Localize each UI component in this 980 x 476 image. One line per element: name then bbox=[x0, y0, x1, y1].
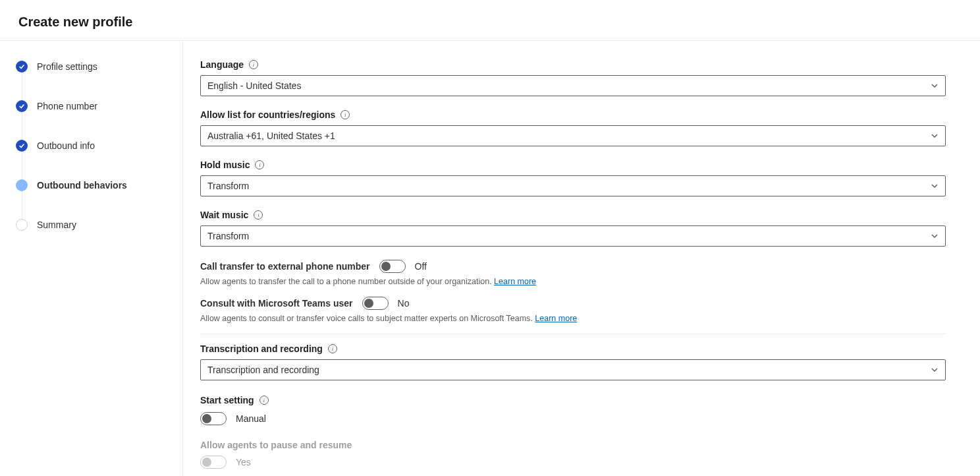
teams-toggle[interactable] bbox=[362, 297, 389, 310]
language-label: Language bbox=[200, 59, 244, 70]
teams-label: Consult with Microsoft Teams user bbox=[200, 298, 353, 309]
page-header: Create new profile bbox=[0, 0, 980, 41]
info-icon[interactable]: i bbox=[255, 160, 264, 169]
wizard-sidebar: Profile settings Phone number Outbound i… bbox=[0, 41, 183, 476]
step-phone-number[interactable]: Phone number bbox=[16, 99, 175, 113]
step-outbound-behaviors[interactable]: Outbound behaviors bbox=[16, 178, 175, 193]
pauseresume-value: Yes bbox=[236, 457, 251, 467]
language-value: English - United States bbox=[207, 80, 301, 91]
checkmark-icon bbox=[16, 100, 28, 112]
transcription-label: Transcription and recording bbox=[200, 343, 323, 354]
holdmusic-select[interactable]: Transform bbox=[200, 175, 946, 196]
info-icon[interactable]: i bbox=[340, 110, 350, 119]
section-divider bbox=[200, 334, 946, 334]
chevron-down-icon bbox=[931, 82, 939, 90]
calltransfer-label: Call transfer to external phone number bbox=[200, 261, 370, 272]
field-holdmusic: Hold music i Transform bbox=[200, 160, 946, 196]
calltransfer-learnmore-link[interactable]: Learn more bbox=[494, 277, 536, 286]
calltransfer-toggle[interactable] bbox=[379, 260, 406, 273]
teams-help: Allow agents to consult or transfer voic… bbox=[200, 314, 946, 323]
chevron-down-icon bbox=[931, 366, 939, 374]
pauseresume-label: Allow agents to pause and resume bbox=[200, 440, 946, 450]
waitmusic-select[interactable]: Transform bbox=[200, 225, 946, 247]
step-summary: Summary bbox=[16, 218, 175, 232]
checkmark-icon bbox=[16, 140, 28, 152]
field-allowlist: Allow list for countries/regions i Austr… bbox=[200, 109, 946, 146]
calltransfer-help: Allow agents to transfer the call to a p… bbox=[200, 277, 946, 286]
startsetting-value: Manual bbox=[236, 413, 266, 424]
current-step-icon bbox=[16, 179, 28, 191]
form-main: Language i English - United States Allow… bbox=[183, 41, 980, 476]
info-icon[interactable]: i bbox=[249, 60, 258, 69]
info-icon[interactable]: i bbox=[259, 396, 269, 405]
upcoming-step-icon bbox=[16, 219, 28, 231]
step-profile-settings[interactable]: Profile settings bbox=[16, 59, 175, 74]
chevron-down-icon bbox=[931, 182, 939, 190]
holdmusic-label: Hold music bbox=[200, 160, 250, 170]
waitmusic-label: Wait music bbox=[200, 210, 248, 220]
teams-value: No bbox=[398, 298, 410, 309]
chevron-down-icon bbox=[931, 232, 939, 240]
pauseresume-toggle bbox=[200, 456, 227, 469]
transcription-value: Transcription and recording bbox=[207, 365, 319, 375]
field-startsetting: Start setting i Manual bbox=[200, 395, 946, 425]
allowlist-select[interactable]: Australia +61, United States +1 bbox=[200, 125, 946, 146]
startsetting-label: Start setting bbox=[200, 395, 254, 405]
field-transcription: Transcription and recording i Transcript… bbox=[200, 343, 946, 380]
page-title: Create new profile bbox=[18, 15, 962, 30]
field-calltransfer: Call transfer to external phone number O… bbox=[200, 260, 946, 286]
field-language: Language i English - United States bbox=[200, 59, 946, 96]
teams-learnmore-link[interactable]: Learn more bbox=[535, 314, 577, 323]
allowlist-value: Australia +61, United States +1 bbox=[207, 131, 335, 141]
allowlist-label: Allow list for countries/regions bbox=[200, 109, 335, 120]
field-pauseresume: Allow agents to pause and resume Yes bbox=[200, 440, 946, 469]
field-waitmusic: Wait music i Transform bbox=[200, 210, 946, 247]
info-icon[interactable]: i bbox=[328, 344, 337, 353]
field-teams: Consult with Microsoft Teams user No All… bbox=[200, 297, 946, 323]
step-list: Profile settings Phone number Outbound i… bbox=[16, 59, 175, 232]
waitmusic-value: Transform bbox=[207, 231, 249, 241]
step-outbound-info[interactable]: Outbound info bbox=[16, 138, 175, 153]
language-select[interactable]: English - United States bbox=[200, 75, 946, 96]
chevron-down-icon bbox=[931, 132, 939, 140]
calltransfer-value: Off bbox=[415, 261, 427, 272]
startsetting-toggle[interactable] bbox=[200, 412, 227, 425]
info-icon[interactable]: i bbox=[254, 210, 263, 220]
transcription-select[interactable]: Transcription and recording bbox=[200, 359, 946, 380]
checkmark-icon bbox=[16, 61, 28, 73]
holdmusic-value: Transform bbox=[207, 181, 249, 191]
